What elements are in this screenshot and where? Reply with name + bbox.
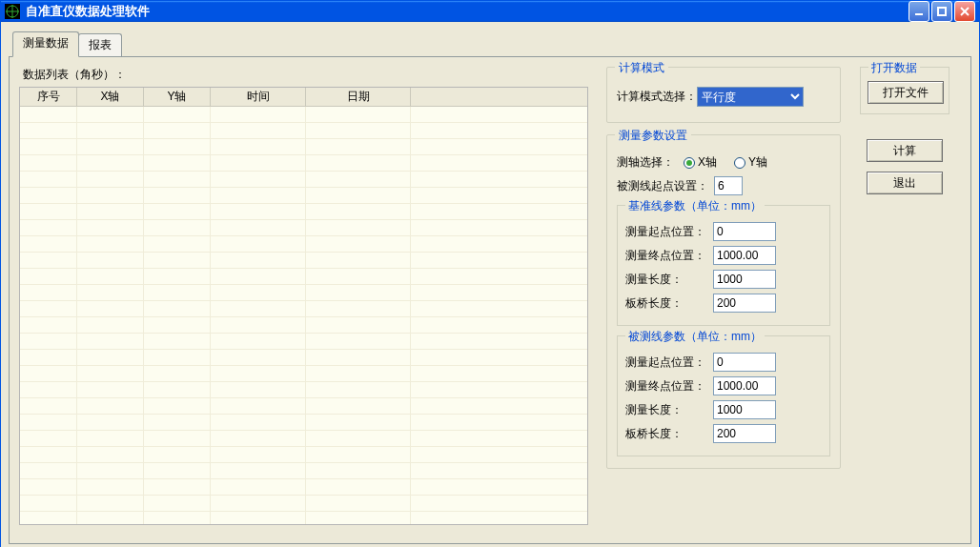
open-data-group: 打开数据 打开文件: [860, 67, 949, 114]
radio-y-label: Y轴: [748, 154, 767, 171]
baseline-length-input[interactable]: [713, 270, 776, 289]
measured-end-input[interactable]: [713, 376, 776, 395]
app-icon: [5, 4, 20, 19]
client-area: 测量数据 报表 数据列表（角秒）： 序号 X轴 Y轴 时间 日期: [1, 22, 979, 547]
measured-length-input[interactable]: [713, 400, 776, 419]
radio-y-axis[interactable]: Y轴: [734, 154, 767, 171]
start-setting-input[interactable]: [714, 176, 743, 195]
col-no[interactable]: 序号: [20, 88, 77, 106]
baseline-start-input[interactable]: [713, 222, 776, 241]
maximize-button[interactable]: [931, 1, 952, 22]
titlebar: 自准直仪数据处理软件: [1, 1, 979, 22]
calc-mode-label: 计算模式选择：: [617, 89, 697, 105]
baseline-bridge-label: 板桥长度：: [625, 295, 713, 312]
data-grid[interactable]: 序号 X轴 Y轴 时间 日期: [19, 87, 588, 525]
close-button[interactable]: [954, 1, 975, 22]
grid-header: 序号 X轴 Y轴 时间 日期: [20, 88, 587, 107]
tab-panel: 数据列表（角秒）： 序号 X轴 Y轴 时间 日期 计算模式: [9, 56, 971, 544]
baseline-end-label: 测量终点位置：: [625, 248, 713, 264]
col-blank: [411, 88, 587, 106]
svg-rect-4: [938, 8, 946, 15]
baseline-end-input[interactable]: [713, 246, 776, 265]
radio-dot-icon: [684, 157, 695, 169]
app-window: 自准直仪数据处理软件 测量数据 报表 数据列表（角秒）： 序号 X轴 Y轴 时间: [0, 0, 980, 547]
measured-bridge-label: 板桥长度：: [625, 426, 713, 442]
radio-x-label: X轴: [698, 154, 717, 171]
exit-button[interactable]: 退出: [867, 172, 943, 194]
open-file-button[interactable]: 打开文件: [868, 81, 944, 104]
data-list-label: 数据列表（角秒）：: [23, 67, 591, 83]
tab-measure-data[interactable]: 测量数据: [12, 31, 79, 57]
col-x[interactable]: X轴: [77, 88, 144, 106]
col-y[interactable]: Y轴: [144, 88, 211, 106]
baseline-group-title: 基准线参数（单位：mm）: [625, 198, 765, 214]
radio-x-axis[interactable]: X轴: [684, 154, 717, 171]
grid-body: [20, 107, 587, 525]
baseline-length-label: 测量长度：: [625, 272, 713, 288]
measured-start-input[interactable]: [713, 353, 776, 372]
window-title: 自准直仪数据处理软件: [26, 3, 909, 20]
calc-mode-group-title: 计算模式: [615, 60, 668, 76]
radio-dot-icon: [734, 157, 745, 169]
measured-length-label: 测量长度：: [625, 402, 713, 418]
calc-mode-group: 计算模式 计算模式选择： 平行度: [606, 67, 841, 123]
measured-bridge-input[interactable]: [713, 424, 776, 443]
calculate-button[interactable]: 计算: [867, 139, 943, 162]
col-date[interactable]: 日期: [306, 88, 411, 106]
baseline-bridge-input[interactable]: [713, 294, 776, 313]
open-data-group-title: 打开数据: [868, 60, 920, 76]
measured-start-label: 测量起点位置：: [625, 355, 713, 371]
start-setting-label: 被测线起点设置：: [617, 178, 708, 194]
measured-group: 被测线参数（单位：mm） 测量起点位置： 测量终点位置： 测量长度： 板桥长度：: [617, 335, 830, 456]
col-time[interactable]: 时间: [211, 88, 306, 106]
calc-mode-select[interactable]: 平行度: [697, 87, 804, 107]
measured-end-label: 测量终点位置：: [625, 378, 713, 395]
params-group-title: 测量参数设置: [615, 128, 691, 144]
baseline-group: 基准线参数（单位：mm） 测量起点位置： 测量终点位置： 测量长度： 板桥长度：: [617, 205, 830, 326]
minimize-button[interactable]: [909, 1, 929, 22]
baseline-start-label: 测量起点位置：: [625, 224, 713, 240]
tab-report[interactable]: 报表: [78, 33, 122, 56]
axis-select-label: 测轴选择：: [617, 154, 674, 171]
params-group: 测量参数设置 测轴选择： X轴 Y轴: [606, 134, 841, 469]
measured-group-title: 被测线参数（单位：mm）: [625, 329, 765, 345]
